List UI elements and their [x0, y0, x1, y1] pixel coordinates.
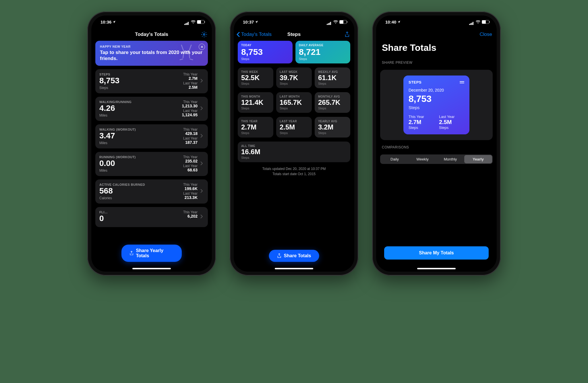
- chevron-left-icon: [237, 32, 240, 37]
- location-icon: [397, 20, 401, 24]
- metric-card[interactable]: WALKING/RUNNING4.26MilesThis Year1,213.3…: [95, 97, 208, 121]
- share-button[interactable]: [345, 28, 350, 41]
- drag-icon: [460, 81, 464, 83]
- metric-card[interactable]: WALKING (WORKOUT)3.47MilesThis Year429.1…: [95, 124, 208, 148]
- settings-button[interactable]: [201, 28, 207, 41]
- metric-this-year: This Year199.6K: [183, 183, 198, 191]
- status-bar: 10:36: [91, 16, 212, 28]
- cellular-icon: [327, 20, 332, 24]
- share-card: STEPS December 20, 2020 8,753 Steps This…: [403, 76, 469, 134]
- home-indicator[interactable]: [417, 268, 456, 269]
- metric-card[interactable]: STEPS8,753StepsThis Year2.7MLast Year2.5…: [95, 69, 208, 93]
- stat-tile[interactable]: YEARLY AVG3.2MSteps: [315, 117, 350, 138]
- battery-icon: [482, 20, 489, 24]
- segment-monthly[interactable]: Monthly: [436, 155, 464, 163]
- nav-bar: Today's Totals Steps: [234, 28, 354, 41]
- wifi-icon: [191, 20, 196, 24]
- stat-tile[interactable]: LAST YEAR2.5MSteps: [276, 117, 312, 138]
- metric-this-year: This Year429.18: [183, 128, 198, 136]
- share-yearly-button[interactable]: Share Yearly Totals: [121, 245, 182, 262]
- cheers-icon: [176, 43, 196, 63]
- metric-last-year: Last Year187.37: [183, 137, 198, 145]
- phone-2: 10:37 Today's Totals Steps TODAY 8,753 S…: [230, 11, 358, 276]
- status-bar: 10:37: [234, 16, 354, 28]
- chevron-right-icon: [200, 189, 204, 194]
- metric-unit: Steps: [99, 86, 180, 90]
- segment-daily[interactable]: Daily: [381, 155, 409, 163]
- stat-tile[interactable]: LAST MONTH165.7KSteps: [276, 92, 312, 113]
- metric-value: 4.26: [99, 104, 179, 112]
- metric-value: 568: [99, 187, 180, 195]
- metric-value: 8,753: [99, 77, 180, 85]
- metric-card[interactable]: FLI…0This Year6,202: [95, 207, 208, 227]
- metric-value: 0: [99, 214, 180, 223]
- share-icon: [277, 253, 282, 258]
- content: Share Totals SHARE PREVIEW STEPS Decembe…: [376, 41, 497, 272]
- svg-point-0: [203, 34, 205, 35]
- back-button[interactable]: Today's Totals: [237, 28, 272, 41]
- metric-card[interactable]: RUNNING (WORKOUT)0.00MilesThis Year235.0…: [95, 152, 208, 176]
- segment-weekly[interactable]: Weekly: [409, 155, 436, 163]
- metric-last-year: Last Year2.5M: [183, 82, 198, 90]
- stat-tile[interactable]: MONTHLY AVG265.7KSteps: [315, 92, 350, 113]
- metric-last-year: Last Year1,124.95: [182, 109, 198, 117]
- nav-bar: Today's Totals: [91, 28, 212, 41]
- home-indicator[interactable]: [275, 268, 313, 269]
- stat-tile[interactable]: THIS WEEK52.5KSteps: [238, 67, 273, 88]
- metric-unit: Calories: [99, 196, 180, 200]
- wifi-icon: [333, 20, 338, 24]
- metric-this-year: This Year2.7M: [183, 73, 198, 81]
- chevron-right-icon: [200, 214, 204, 220]
- promo-banner[interactable]: HAPPY NEW YEAR Tap to share your totals …: [95, 41, 208, 66]
- metric-value: 0.00: [99, 159, 180, 167]
- share-preview: STEPS December 20, 2020 8,753 Steps This…: [380, 70, 493, 140]
- banner-close-button[interactable]: ✕: [199, 44, 205, 50]
- stat-row: THIS MONTH121.4KStepsLAST MONTH165.7KSte…: [238, 92, 350, 113]
- section-label-preview: SHARE PREVIEW: [380, 61, 493, 66]
- stat-tile[interactable]: THIS MONTH121.4KSteps: [238, 92, 273, 113]
- nav-title: Steps: [287, 32, 301, 37]
- metric-unit: Miles: [99, 169, 180, 173]
- metric-title: WALKING/RUNNING: [99, 100, 179, 104]
- share-card-unit: Steps: [409, 105, 464, 110]
- metric-title: WALKING (WORKOUT): [99, 128, 180, 131]
- home-indicator[interactable]: [132, 268, 171, 269]
- metric-unit: Miles: [99, 141, 180, 145]
- chevron-right-icon: [200, 79, 204, 84]
- share-card-date: December 20, 2020: [409, 88, 464, 92]
- stat-tile[interactable]: LAST WEEK39.7KSteps: [276, 67, 312, 88]
- cellular-icon: [469, 20, 474, 24]
- all-time-tile[interactable]: ALL TIME 16.6M Steps: [238, 142, 350, 162]
- metric-last-year: Last Year213.3K: [183, 192, 198, 200]
- metric-this-year: This Year1,213.30: [182, 100, 198, 109]
- segment-yearly[interactable]: Yearly: [464, 155, 492, 163]
- close-button[interactable]: Close: [480, 28, 492, 41]
- chevron-right-icon: [200, 134, 204, 139]
- metric-this-year: This Year6,202: [183, 210, 198, 219]
- share-my-totals-button[interactable]: Share My Totals: [384, 246, 489, 260]
- stat-tile[interactable]: THIS YEAR2.7MSteps: [238, 117, 273, 138]
- share-icon: [345, 31, 350, 38]
- today-tile[interactable]: TODAY 8,753 Steps: [238, 41, 293, 63]
- share-totals-button[interactable]: Share Totals: [269, 250, 319, 262]
- cellular-icon: [184, 20, 189, 24]
- share-card-title: STEPS: [409, 80, 421, 84]
- chevron-right-icon: [200, 106, 204, 111]
- stat-tile[interactable]: WEEKLY AVG61.1KSteps: [315, 67, 350, 88]
- gear-icon: [201, 31, 207, 38]
- metric-card[interactable]: ACTIVE CALORIES BURNED568CaloriesThis Ye…: [95, 179, 208, 204]
- daily-average-tile[interactable]: DAILY AVERAGE 8,721 Steps: [295, 41, 350, 63]
- location-icon: [113, 20, 116, 24]
- battery-icon: [197, 20, 204, 24]
- content: HAPPY NEW YEAR Tap to share your totals …: [91, 41, 212, 272]
- metric-title: FLI…: [99, 210, 180, 214]
- status-bar: 10:40: [376, 16, 497, 28]
- nav-bar: Close: [376, 28, 497, 41]
- comparisons-segmented[interactable]: DailyWeeklyMonthlyYearly: [380, 154, 493, 164]
- share-card-value: 8,753: [409, 94, 464, 103]
- stat-row: THIS WEEK52.5KStepsLAST WEEK39.7KStepsWE…: [238, 67, 350, 88]
- metric-this-year: This Year235.02: [183, 155, 198, 164]
- share-icon: [129, 251, 134, 256]
- page-title: Share Totals: [380, 41, 493, 57]
- metric-last-year: Last Year68.63: [183, 164, 198, 173]
